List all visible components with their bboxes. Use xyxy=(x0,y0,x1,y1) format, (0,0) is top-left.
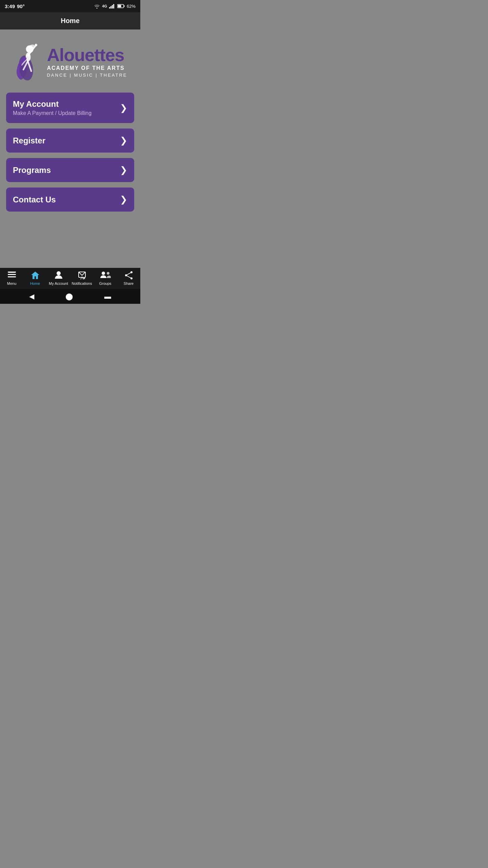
page-header: Home xyxy=(0,12,140,29)
svg-rect-5 xyxy=(124,5,124,7)
nav-menu-label: Menu xyxy=(7,281,17,285)
network-type: 4G xyxy=(102,4,107,8)
register-title: Register xyxy=(13,136,45,145)
my-account-chevron: ❯ xyxy=(120,103,127,113)
page-title: Home xyxy=(61,17,80,24)
nav-my-account-label: My Account xyxy=(49,281,68,285)
logo-area: Alouettes ACADEMY OF THE ARTS DANCE | MU… xyxy=(13,40,127,84)
svg-rect-20 xyxy=(8,273,15,273)
nav-notifications[interactable]: ★ Notifications xyxy=(72,271,92,285)
contact-us-button[interactable]: Contact Us ❯ xyxy=(6,188,134,212)
battery-icon xyxy=(117,4,125,8)
main-content: Alouettes ACADEMY OF THE ARTS DANCE | MU… xyxy=(0,29,140,268)
nav-home[interactable]: Home xyxy=(25,271,45,285)
brand-tagline: DANCE | MUSIC | THEATRE xyxy=(47,73,127,78)
home-icon xyxy=(30,271,40,280)
svg-point-21 xyxy=(57,271,61,275)
svg-rect-18 xyxy=(8,274,16,275)
svg-text:★: ★ xyxy=(83,276,86,280)
menu-icon xyxy=(7,271,17,280)
nav-share-label: Share xyxy=(124,281,134,285)
brand-name: Alouettes xyxy=(47,46,127,64)
svg-point-25 xyxy=(107,272,109,275)
logo-text: Alouettes ACADEMY OF THE ARTS DANCE | MU… xyxy=(47,46,127,78)
status-right: 4G 62% xyxy=(94,4,136,9)
wifi-icon xyxy=(94,4,100,8)
my-account-title: My Account xyxy=(13,99,92,109)
nav-share[interactable]: Share xyxy=(119,271,139,285)
svg-rect-17 xyxy=(8,272,16,273)
svg-point-13 xyxy=(35,44,37,46)
time: 3:49 xyxy=(5,3,15,9)
nav-my-account[interactable]: My Account xyxy=(48,271,69,285)
svg-rect-19 xyxy=(8,276,16,277)
back-button[interactable]: ◀ xyxy=(29,292,34,300)
programs-title: Programs xyxy=(13,165,51,175)
svg-point-24 xyxy=(102,272,105,275)
my-account-button[interactable]: My Account Make A Payment / Update Billi… xyxy=(6,93,134,123)
svg-line-29 xyxy=(126,272,131,275)
share-icon xyxy=(124,271,134,280)
nav-groups[interactable]: Groups xyxy=(95,271,116,285)
android-nav: ◀ ⬤ ▬ xyxy=(0,289,140,304)
contact-us-chevron: ❯ xyxy=(120,194,127,205)
dancer-icon xyxy=(13,40,43,84)
register-chevron: ❯ xyxy=(120,135,127,146)
nav-menu[interactable]: Menu xyxy=(2,271,22,285)
svg-rect-6 xyxy=(118,5,121,7)
svg-rect-2 xyxy=(112,5,113,8)
nav-notifications-label: Notifications xyxy=(72,281,92,285)
groups-icon xyxy=(100,271,111,280)
person-icon xyxy=(54,271,63,280)
nav-home-label: Home xyxy=(30,281,40,285)
signal-icon xyxy=(109,4,115,8)
bottom-nav: Menu Home My Account ★ Notifications xyxy=(0,268,140,289)
register-button[interactable]: Register ❯ xyxy=(6,129,134,153)
contact-us-title: Contact Us xyxy=(13,195,56,204)
svg-rect-0 xyxy=(109,7,110,8)
svg-rect-3 xyxy=(113,4,114,8)
status-bar: 3:49 90° 4G 62% xyxy=(0,0,140,12)
svg-rect-1 xyxy=(110,6,111,8)
nav-groups-label: Groups xyxy=(99,281,111,285)
brand-subtitle: ACADEMY OF THE ARTS xyxy=(47,65,127,71)
status-left: 3:49 90° xyxy=(5,3,25,9)
temperature: 90° xyxy=(17,3,25,9)
my-account-subtitle: Make A Payment / Update Billing xyxy=(13,110,92,116)
programs-button[interactable]: Programs ❯ xyxy=(6,158,134,182)
battery-percent: 62% xyxy=(127,4,136,9)
home-button[interactable]: ⬤ xyxy=(65,292,73,300)
notification-icon: ★ xyxy=(77,271,87,280)
recents-button[interactable]: ▬ xyxy=(104,293,111,300)
programs-chevron: ❯ xyxy=(120,165,127,175)
svg-line-30 xyxy=(126,275,131,278)
